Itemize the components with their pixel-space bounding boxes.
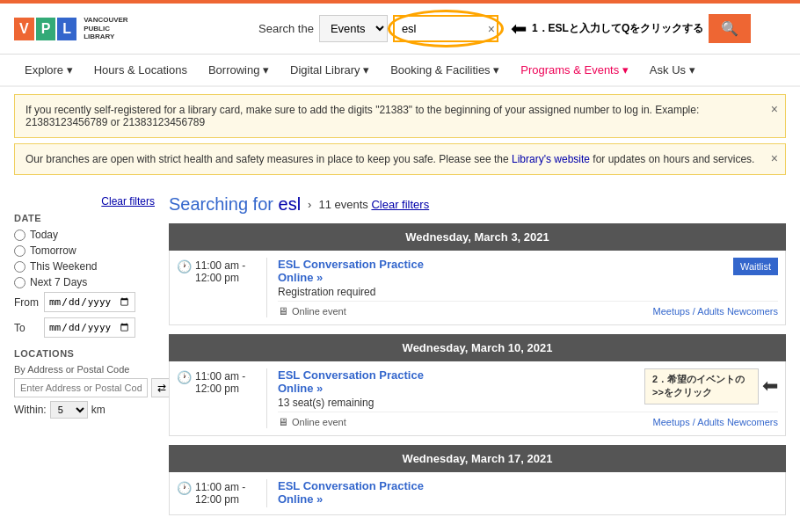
- clock-icon-1: 🕐: [177, 259, 192, 273]
- event-info-3: ESL Conversation PracticeOnline »: [278, 479, 778, 507]
- alert-1-text: If you recently self-registered for a li…: [25, 104, 699, 128]
- logo-p: P: [36, 18, 56, 40]
- nav-item-explore[interactable]: Explore ▾: [14, 55, 84, 85]
- logo-l: L: [57, 18, 76, 40]
- results-header: Searching for esl › 11 events Clear filt…: [169, 194, 786, 215]
- event-time-text-2: 11:00 am -12:00 pm: [195, 370, 245, 395]
- alert-1: If you recently self-registered for a li…: [14, 94, 786, 138]
- event-divider-2: [266, 368, 267, 428]
- event-online-1: 🖥 Online event Meetups / Adults Newcomer…: [278, 301, 778, 317]
- date-next7[interactable]: Next 7 Days: [14, 276, 155, 288]
- event-group-1: Wednesday, March 3, 2021 🕐 11:00 am -12:…: [169, 223, 786, 325]
- event-group-3: Wednesday, March 17, 2021 🕐 11:00 am -12…: [169, 445, 786, 515]
- locations-section: LOCATIONS By Address or Postal Code ⇄ Wi…: [14, 348, 155, 419]
- search-input[interactable]: [393, 15, 498, 42]
- date-from-row: From: [14, 292, 155, 312]
- event-link-3[interactable]: Online »: [278, 492, 323, 506]
- by-address-label: By Address or Postal Code: [14, 364, 155, 375]
- event-time-2: 🕐 11:00 am -12:00 pm: [177, 368, 256, 428]
- nav-item-programs[interactable]: Programs & Events ▾: [510, 55, 639, 85]
- clear-filters-link[interactable]: Clear filters: [371, 198, 429, 211]
- annotation-2-box: 2．希望のイベントの>>をクリック: [644, 368, 759, 404]
- alert-1-close[interactable]: ×: [771, 102, 778, 116]
- event-row-3: 🕐 11:00 am -12:00 pm ESL Conversation Pr…: [169, 472, 786, 515]
- main-content: Clear filters DATE Today Tomorrow This W…: [0, 187, 800, 531]
- annotation-1-text: 1．ESLと入力してQをクリックする: [532, 21, 703, 36]
- within-select[interactable]: 1 2 5 10 20: [50, 401, 88, 419]
- event-online-text-1: Online event: [292, 306, 346, 317]
- results-separator: ›: [308, 198, 311, 211]
- event-row-2: 🕐 11:00 am -12:00 pm ESL Conversation Pr…: [169, 361, 786, 436]
- nav-item-askus[interactable]: Ask Us ▾: [639, 55, 706, 85]
- nav-item-booking[interactable]: Booking & Facilities ▾: [380, 55, 510, 85]
- event-link-2[interactable]: Online »: [278, 382, 323, 395]
- date-tomorrow[interactable]: Tomorrow: [14, 244, 155, 257]
- within-label: Within:: [14, 404, 47, 416]
- alert-2: Our branches are open with strict health…: [14, 143, 786, 175]
- annotation-2: 2．希望のイベントの>>をクリック ⬅: [644, 368, 778, 404]
- event-status-right-1: Waitlist: [733, 258, 778, 275]
- event-info-1: ESL Conversation PracticeOnline » Regist…: [278, 258, 778, 317]
- address-input[interactable]: [14, 378, 148, 397]
- monitor-icon-1: 🖥: [278, 305, 288, 317]
- event-title-1: ESL Conversation PracticeOnline »: [278, 258, 778, 284]
- event-date-header-3: Wednesday, March 17, 2021: [169, 445, 786, 472]
- alert-2-close[interactable]: ×: [771, 151, 778, 165]
- sidebar-clear-link[interactable]: Clear filters: [101, 195, 155, 208]
- event-time-text-1: 11:00 am -12:00 pm: [195, 259, 245, 284]
- main-nav: Explore ▾ Hours & Locations Borrowing ▾ …: [0, 55, 800, 87]
- sidebar: Clear filters DATE Today Tomorrow This W…: [14, 194, 155, 524]
- event-time-3: 🕐 11:00 am -12:00 pm: [177, 479, 256, 507]
- date-from-input[interactable]: [44, 292, 135, 312]
- alerts-section: If you recently self-registered for a li…: [0, 87, 800, 187]
- search-button[interactable]: 🔍: [709, 14, 751, 43]
- event-date-header-2: Wednesday, March 10, 2021: [169, 334, 786, 361]
- sidebar-clear: Clear filters: [14, 194, 155, 208]
- within-row: Within: 1 2 5 10 20 km: [14, 401, 155, 419]
- nav-item-hours[interactable]: Hours & Locations: [84, 55, 198, 85]
- waitlist-button-1[interactable]: Waitlist: [733, 258, 778, 275]
- date-section: DATE Today Tomorrow This Weekend Next 7 …: [14, 213, 155, 338]
- search-clear-button[interactable]: ×: [488, 22, 495, 36]
- event-group-2: Wednesday, March 10, 2021 🕐 11:00 am -12…: [169, 334, 786, 436]
- alert-2-text: Our branches are open with strict health…: [25, 153, 754, 165]
- search-area: Search the Events × ⬅ 1．ESLと入力してQをクリックする…: [258, 14, 786, 43]
- date-to-input[interactable]: [44, 317, 135, 338]
- results-count: 11 events Clear filters: [318, 198, 429, 211]
- event-online-2: 🖥 Online event Meetups / Adults Newcomer…: [278, 412, 778, 428]
- event-title-3: ESL Conversation PracticeOnline »: [278, 479, 778, 506]
- date-today[interactable]: Today: [14, 229, 155, 241]
- address-input-row: ⇄: [14, 378, 155, 397]
- event-reg-1: Registration required: [278, 286, 778, 298]
- clock-icon-3: 🕐: [177, 481, 192, 495]
- date-from-label: From: [14, 296, 39, 309]
- event-category-2: Meetups / Adults Newcomers: [653, 417, 778, 427]
- event-time-1: 🕐 11:00 am -12:00 pm: [177, 258, 256, 317]
- date-to-row: To: [14, 317, 155, 338]
- date-to-label: To: [14, 322, 39, 334]
- event-divider-1: [266, 258, 267, 317]
- within-unit: km: [91, 404, 105, 416]
- event-online-text-2: Online event: [292, 417, 346, 427]
- event-link-1[interactable]: Online »: [278, 271, 323, 284]
- date-section-title: DATE: [14, 213, 155, 223]
- annotation-1: ⬅ 1．ESLと入力してQをクリックする: [511, 18, 703, 40]
- event-category-1: Meetups / Adults Newcomers: [653, 306, 778, 317]
- event-time-text-3: 11:00 am -12:00 pm: [195, 481, 245, 506]
- search-category-select[interactable]: Events: [319, 15, 388, 42]
- nav-item-borrowing[interactable]: Borrowing ▾: [198, 55, 280, 85]
- search-label: Search the: [258, 22, 314, 35]
- clock-icon-2: 🕐: [177, 370, 192, 384]
- results-title: Searching for esl: [169, 194, 301, 215]
- event-divider-3: [266, 479, 267, 507]
- date-this-weekend[interactable]: This Weekend: [14, 260, 155, 273]
- library-website-link[interactable]: Library's website: [512, 153, 590, 165]
- nav-item-digital[interactable]: Digital Library ▾: [280, 55, 380, 85]
- logo-text: VANCOUVERPUBLICLIBRARY: [84, 16, 128, 41]
- logo-v: V: [14, 18, 34, 40]
- locations-title: LOCATIONS: [14, 348, 155, 359]
- results: Searching for esl › 11 events Clear filt…: [169, 194, 786, 524]
- event-row-1: 🕐 11:00 am -12:00 pm ESL Conversation Pr…: [169, 251, 786, 325]
- arrow-icon: ⬅: [511, 18, 527, 40]
- logo: V P L VANCOUVERPUBLICLIBRARY: [14, 16, 128, 41]
